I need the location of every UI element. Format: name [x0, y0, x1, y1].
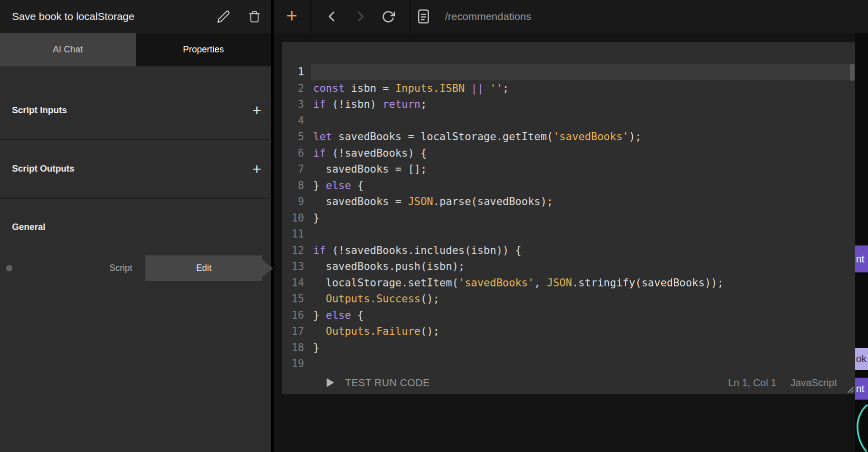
line-number: 14: [282, 275, 304, 291]
cursor-position: Ln 1, Col 1: [728, 377, 777, 389]
panel-divider: [271, 0, 274, 452]
back-button[interactable]: [322, 6, 342, 26]
trash-icon: [248, 10, 261, 23]
code-line[interactable]: 5let savedBooks = localStorage.getItem('…: [282, 129, 849, 145]
section-script-inputs-label: Script Inputs: [12, 105, 67, 116]
code-text: savedBooks = [];: [313, 161, 427, 178]
play-icon: [325, 377, 335, 388]
code-line[interactable]: 19: [282, 356, 849, 372]
code-lines[interactable]: 12const isbn = Inputs.ISBN || '';3if (!i…: [282, 64, 849, 372]
page-icon: [417, 9, 430, 24]
code-text: let savedBooks = localStorage.getItem('s…: [313, 129, 641, 145]
code-line[interactable]: 17 Outputs.Failure();: [282, 323, 849, 340]
panel-connector-notch: [262, 260, 273, 277]
binding-dot[interactable]: [6, 265, 12, 271]
line-number: 15: [282, 291, 304, 307]
code-text: savedBooks = JSON.parse(savedBooks);: [313, 194, 553, 210]
line-number: 6: [282, 145, 304, 162]
canvas-button-fragment[interactable]: nt: [855, 378, 868, 400]
add-button[interactable]: +: [274, 0, 310, 33]
code-line[interactable]: 8} else {: [282, 178, 849, 194]
code-text: const isbn = Inputs.ISBN || '';: [313, 80, 509, 97]
plus-icon: +: [252, 161, 261, 177]
editor-backdrop: 12const isbn = Inputs.ISBN || '';3if (!i…: [274, 33, 868, 452]
code-text: } else {: [313, 178, 364, 194]
nav-controls: [322, 6, 398, 26]
code-text: savedBooks.push(isbn);: [313, 258, 464, 275]
plus-icon: +: [286, 6, 297, 25]
line-number: 19: [282, 356, 304, 372]
code-line[interactable]: 2const isbn = Inputs.ISBN || '';: [282, 80, 849, 97]
code-line[interactable]: 14 localStorage.setItem('savedBooks', JS…: [282, 275, 849, 291]
line-number: 5: [282, 129, 304, 145]
browser-toolbar: + /recommendations: [274, 0, 868, 33]
page-icon-wrap[interactable]: [417, 9, 430, 24]
code-text: localStorage.setItem('savedBooks', JSON.…: [313, 275, 724, 291]
code-line[interactable]: 10}: [282, 210, 849, 226]
code-line[interactable]: 1: [282, 64, 849, 80]
tab-properties[interactable]: Properties: [136, 33, 272, 66]
code-line[interactable]: 16} else {: [282, 307, 849, 324]
code-text: }: [313, 210, 320, 226]
canvas-button-fragment[interactable]: nt: [855, 245, 868, 272]
rename-button[interactable]: [217, 10, 230, 23]
app-root: Save book to localStorage AI Chat Proper…: [0, 0, 868, 452]
code-line[interactable]: 6if (!savedBooks) {: [282, 145, 849, 162]
section-script-inputs: Script Inputs +: [0, 66, 271, 140]
add-script-input-button[interactable]: +: [252, 103, 261, 118]
code-line[interactable]: 11: [282, 226, 849, 242]
refresh-icon: [382, 10, 395, 23]
code-text: Outputs.Failure();: [313, 323, 439, 340]
scrollbar-thumb[interactable]: [850, 64, 855, 81]
code-text: Outputs.Success();: [313, 291, 439, 307]
properties-panel: Save book to localStorage AI Chat Proper…: [0, 0, 271, 452]
code-line[interactable]: 13 savedBooks.push(isbn);: [282, 258, 849, 275]
add-script-output-button[interactable]: +: [252, 162, 261, 177]
line-number: 16: [282, 307, 304, 324]
line-number: 12: [282, 242, 304, 259]
resize-grip[interactable]: [845, 384, 854, 393]
code-line[interactable]: 12if (!savedBooks.includes(isbn)) {: [282, 242, 849, 259]
plus-icon: +: [252, 102, 261, 118]
section-general: General: [0, 199, 271, 255]
panel-title: Save book to localStorage: [12, 10, 199, 22]
script-property-row: Script Edit: [0, 255, 271, 281]
section-general-label: General: [12, 222, 45, 232]
line-number: 3: [282, 96, 304, 113]
line-number: 1: [282, 64, 304, 80]
section-script-outputs: Script Outputs +: [0, 140, 271, 199]
toolbar-separator: [310, 0, 311, 33]
language-label: JavaScript: [791, 377, 837, 389]
edit-script-button[interactable]: Edit: [145, 255, 262, 281]
code-line[interactable]: 9 savedBooks = JSON.parse(savedBooks);: [282, 194, 849, 210]
code-line[interactable]: 3if (!isbn) return;: [282, 96, 849, 113]
code-text: if (!savedBooks) {: [313, 145, 427, 162]
code-text: } else {: [313, 307, 364, 324]
line-number: 18: [282, 340, 304, 356]
section-script-outputs-label: Script Outputs: [12, 164, 74, 174]
forward-button[interactable]: [350, 6, 370, 26]
page-path[interactable]: /recommendations: [445, 10, 531, 22]
canvas-button-fragment[interactable]: ok: [855, 348, 868, 370]
line-number: 7: [282, 161, 304, 178]
chart-line-fragment: [855, 402, 868, 452]
test-run-code-button[interactable]: TEST RUN CODE: [325, 377, 430, 389]
test-run-code-label: TEST RUN CODE: [345, 377, 430, 389]
code-line[interactable]: 7 savedBooks = [];: [282, 161, 849, 178]
line-number: 9: [282, 194, 304, 210]
code-editor[interactable]: 12const isbn = Inputs.ISBN || '';3if (!i…: [282, 42, 855, 394]
refresh-button[interactable]: [378, 6, 398, 26]
pencil-icon: [217, 10, 230, 23]
delete-button[interactable]: [248, 10, 261, 23]
code-text: }: [313, 340, 320, 356]
code-text: if (!savedBooks.includes(isbn)) {: [313, 242, 521, 259]
code-text: if (!isbn) return;: [313, 96, 427, 113]
chevron-left-icon: [326, 10, 339, 23]
code-line[interactable]: 15 Outputs.Success();: [282, 291, 849, 307]
code-line[interactable]: 4: [282, 113, 849, 129]
tab-ai-chat[interactable]: AI Chat: [0, 33, 136, 66]
line-number: 4: [282, 113, 304, 129]
editor-statusbar: TEST RUN CODE Ln 1, Col 1 JavaScript: [282, 371, 855, 394]
chevron-right-icon: [354, 10, 367, 23]
code-line[interactable]: 18}: [282, 340, 849, 356]
